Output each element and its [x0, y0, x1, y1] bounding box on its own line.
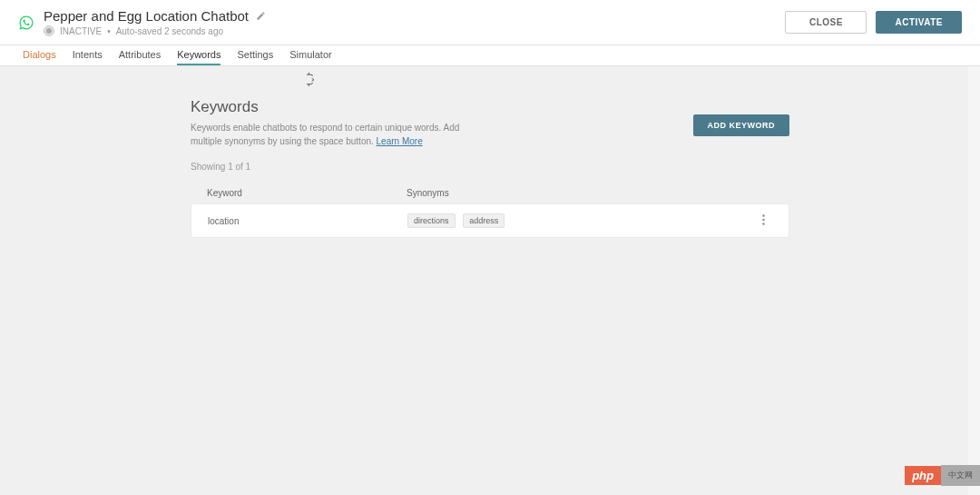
status-label: INACTIVE: [60, 26, 102, 36]
watermark: php 中文网: [905, 465, 980, 486]
svg-point-2: [762, 223, 764, 224]
content-inner: Keywords Keywords enable chatbots to res…: [191, 98, 789, 238]
add-keyword-button[interactable]: ADD KEYWORD: [693, 114, 790, 136]
showing-count: Showing 1 of 1: [191, 162, 789, 172]
tab-attributes[interactable]: Attributes: [119, 45, 161, 65]
close-button[interactable]: CLOSE: [785, 11, 867, 34]
tab-settings[interactable]: Settings: [237, 45, 273, 65]
status-separator: •: [107, 26, 111, 36]
whatsapp-icon: [18, 15, 34, 31]
edit-icon[interactable]: [256, 11, 266, 21]
row-more-button[interactable]: [754, 213, 772, 228]
table-header: Keyword Synonyms: [191, 183, 789, 203]
section-header: Keywords Keywords enable chatbots to res…: [191, 98, 789, 148]
column-header-synonyms: Synonyms: [407, 188, 746, 198]
tab-intents[interactable]: Intents: [73, 45, 103, 65]
svg-point-0: [762, 214, 764, 216]
autosave-text: Auto-saved 2 seconds ago: [116, 26, 223, 36]
tab-dialogs[interactable]: Dialogs: [23, 45, 56, 65]
status-row: INACTIVE • Auto-saved 2 seconds ago: [44, 25, 266, 36]
synonym-chip: address: [463, 213, 505, 228]
content-wrapper: Keywords Keywords enable chatbots to res…: [0, 66, 980, 495]
app-header: Pepper and Egg Location Chatbot INACTIVE…: [0, 0, 980, 45]
column-header-actions: [746, 188, 773, 198]
status-indicator-icon: [44, 25, 54, 36]
synonyms-cell: directions address: [407, 213, 754, 228]
keyword-cell: location: [208, 216, 407, 226]
title-area: Pepper and Egg Location Chatbot INACTIVE…: [44, 8, 266, 36]
header-left: Pepper and Egg Location Chatbot INACTIVE…: [18, 8, 266, 36]
scrollbar[interactable]: [968, 66, 980, 495]
tab-keywords[interactable]: Keywords: [177, 45, 220, 65]
header-right: CLOSE ACTIVATE: [785, 11, 962, 34]
section-heading: Keywords: [191, 98, 490, 116]
learn-more-link[interactable]: Learn More: [377, 136, 423, 146]
section-title-block: Keywords Keywords enable chatbots to res…: [191, 98, 490, 148]
activate-button[interactable]: ACTIVATE: [876, 11, 962, 34]
column-header-keyword: Keyword: [207, 188, 407, 198]
title-row: Pepper and Egg Location Chatbot: [44, 8, 266, 24]
synonym-chip: directions: [407, 213, 456, 228]
watermark-right: 中文网: [941, 465, 980, 486]
watermark-left: php: [905, 466, 941, 485]
section-description: Keywords enable chatbots to respond to c…: [191, 121, 490, 148]
tab-simulator[interactable]: Simulator: [289, 45, 331, 65]
svg-point-1: [762, 219, 764, 221]
tabs-bar: Dialogs Intents Attributes Keywords Sett…: [0, 45, 980, 66]
more-vertical-icon: [762, 214, 765, 225]
page-title: Pepper and Egg Location Chatbot: [44, 8, 249, 24]
table-row[interactable]: location directions address: [191, 203, 789, 238]
content: Keywords Keywords enable chatbots to res…: [0, 66, 980, 238]
